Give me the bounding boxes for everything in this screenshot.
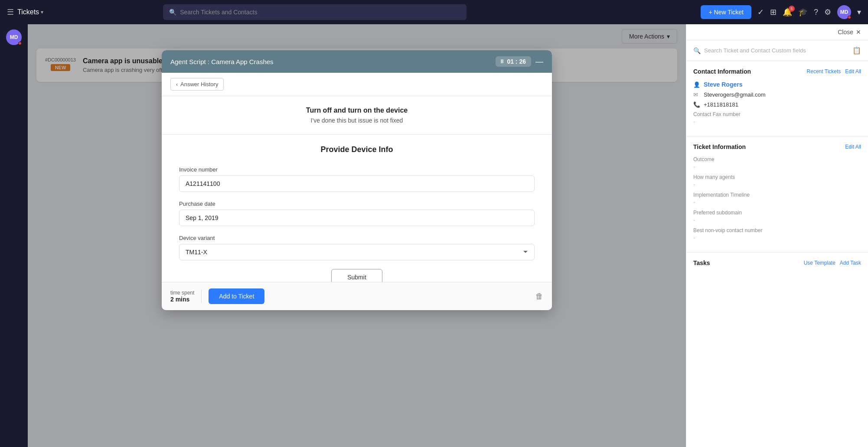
right-search-icon: 🔍 — [693, 47, 701, 54]
how-many-agents-label: How many agents — [693, 174, 861, 180]
right-panel: Close ✕ 🔍 📋 Contact Information Recent T… — [686, 24, 868, 447]
title-chevron-icon: ▾ — [41, 9, 43, 15]
grid-icon[interactable]: ⊞ — [770, 7, 777, 17]
contact-info-title: Contact Information — [693, 68, 751, 75]
modal-title: Agent Script : Camera App Crashes — [170, 58, 274, 65]
notification-badge: 5 — [789, 6, 795, 12]
modal-body: ‹ Answer History Turn off and turn on th… — [162, 73, 552, 282]
tasks-title: Tasks — [693, 259, 710, 266]
ticket-area: More Actions ▾ #DC00000013 NEW Camera ap… — [28, 24, 686, 447]
modal-overlay: Agent Script : Camera App Crashes II 01 … — [28, 24, 686, 447]
dropdown-chevron-icon[interactable]: ▾ — [857, 7, 861, 17]
contact-fax-row: Contact Fax number - — [693, 111, 861, 125]
cap-icon[interactable]: 🎓 — [798, 7, 808, 17]
sidebar: MD — [0, 24, 28, 447]
email-icon: ✉ — [693, 91, 700, 98]
invoice-label: Invoice number — [179, 166, 535, 173]
ticket-info-header: Ticket Information Edit All — [693, 143, 861, 150]
purchase-date-field-group: Purchase date — [179, 201, 535, 226]
settings-icon[interactable]: ⚙ — [824, 7, 831, 17]
form-heading: Provide Device Info — [179, 145, 535, 154]
checkmark-icon[interactable]: ✓ — [757, 7, 764, 17]
search-bar[interactable]: 🔍 — [163, 4, 467, 20]
contact-fax-value: - — [693, 118, 861, 125]
ticket-info-title: Ticket Information — [693, 143, 746, 150]
right-panel-search: 🔍 📋 — [686, 40, 868, 61]
notifications-icon[interactable]: 🔔 5 — [783, 7, 792, 17]
implementation-row: Implementation Timeline - — [693, 192, 861, 205]
modal-header: Agent Script : Camera App Crashes II 01 … — [162, 50, 552, 73]
use-template-link[interactable]: Use Template — [804, 260, 835, 266]
answer-history-bar: ‹ Answer History — [162, 73, 552, 96]
modal-timer: II 01 : 26 — [496, 56, 531, 67]
preferred-subdomain-row: Preferred subdomain - — [693, 210, 861, 223]
close-button[interactable]: Close ✕ — [838, 29, 861, 36]
delete-icon[interactable]: 🗑 — [535, 292, 543, 301]
form-section: Provide Device Info Invoice number Purch… — [162, 135, 552, 282]
timer-value: 01 : 26 — [507, 58, 526, 65]
answer-history-button[interactable]: ‹ Answer History — [170, 78, 224, 91]
time-spent: time spent 2 mins — [170, 290, 194, 303]
hamburger-icon[interactable]: ☰ — [7, 7, 14, 17]
contact-info-panel: Contact Information Recent Tickets Edit … — [686, 61, 868, 136]
search-icon: 🔍 — [169, 9, 176, 16]
outcome-value: - — [693, 163, 861, 170]
app-title[interactable]: Tickets ▾ — [17, 8, 43, 16]
recent-tickets-link[interactable]: Recent Tickets — [807, 68, 841, 74]
back-icon: ‹ — [176, 81, 178, 87]
search-input[interactable] — [180, 9, 460, 16]
sidebar-avatar[interactable]: MD — [6, 29, 22, 45]
close-icon: ✕ — [856, 29, 861, 36]
edit-all-contact-link[interactable]: Edit All — [845, 68, 861, 74]
contact-info-actions: Recent Tickets Edit All — [807, 68, 861, 74]
preferred-subdomain-value: - — [693, 217, 861, 223]
best-nonvoip-value: - — [693, 234, 861, 241]
invoice-field-group: Invoice number — [179, 166, 535, 192]
contact-email-row: ✉ Steverogers@gmail.com — [693, 91, 861, 98]
device-variant-label: Device variant — [179, 235, 535, 241]
contact-fax-label: Contact Fax number — [693, 111, 861, 117]
pause-icon: II — [501, 58, 504, 65]
outcome-label: Outcome — [693, 156, 861, 162]
best-nonvoip-label: Best non-voip contact number — [693, 227, 861, 233]
modal-minimize-button[interactable]: — — [535, 57, 543, 66]
device-variant-field-group: Device variant TM11-X TM11-Y TM11-Z — [179, 235, 535, 260]
contact-phone: +1811818181 — [704, 101, 738, 108]
nav-right: + New Ticket ✓ ⊞ 🔔 5 🎓 ? ⚙ MD ▾ — [701, 5, 861, 19]
help-icon[interactable]: ? — [814, 8, 818, 17]
person-icon: 👤 — [693, 81, 700, 88]
implementation-label: Implementation Timeline — [693, 192, 861, 198]
agent-script-modal: Agent Script : Camera App Crashes II 01 … — [162, 50, 552, 310]
tasks-panel: Tasks Use Template Add Task — [686, 253, 868, 277]
ticket-info-panel: Ticket Information Edit All Outcome - Ho… — [686, 136, 868, 253]
purchase-date-input[interactable] — [179, 210, 535, 226]
contact-name-row: 👤 Steve Rogers — [693, 81, 861, 88]
modal-footer: time spent 2 mins Add to Ticket 🗑 — [162, 282, 552, 310]
contact-phone-row: 📞 +1811818181 — [693, 101, 861, 108]
contact-name[interactable]: Steve Rogers — [704, 81, 742, 88]
nav-left: ☰ Tickets ▾ — [7, 7, 43, 17]
step-content: Turn off and turn on the device I've don… — [162, 96, 552, 135]
avatar-status-dot — [848, 16, 851, 19]
purchase-date-label: Purchase date — [179, 201, 535, 207]
device-variant-select[interactable]: TM11-X TM11-Y TM11-Z — [179, 244, 535, 260]
submit-button[interactable]: Submit — [331, 269, 382, 282]
right-search-input[interactable] — [704, 47, 849, 54]
submit-row: Submit — [179, 269, 535, 282]
new-ticket-button[interactable]: + New Ticket — [701, 5, 751, 19]
clipboard-icon[interactable]: 📋 — [852, 46, 861, 55]
add-task-link[interactable]: Add Task — [840, 260, 861, 266]
contact-info-header: Contact Information Recent Tickets Edit … — [693, 68, 861, 75]
avatar[interactable]: MD — [837, 5, 851, 19]
outcome-row: Outcome - — [693, 156, 861, 170]
step-title: Turn off and turn on the device — [170, 107, 543, 114]
add-to-ticket-button[interactable]: Add to Ticket — [209, 288, 264, 304]
best-nonvoip-row: Best non-voip contact number - — [693, 227, 861, 241]
invoice-input[interactable] — [179, 175, 535, 192]
how-many-agents-value: - — [693, 181, 861, 188]
tasks-actions: Use Template Add Task — [804, 260, 861, 266]
sidebar-avatar-dot — [18, 42, 22, 45]
contact-email: Steverogers@gmail.com — [704, 91, 766, 98]
phone-icon: 📞 — [693, 101, 700, 108]
edit-all-ticket-link[interactable]: Edit All — [845, 144, 861, 150]
